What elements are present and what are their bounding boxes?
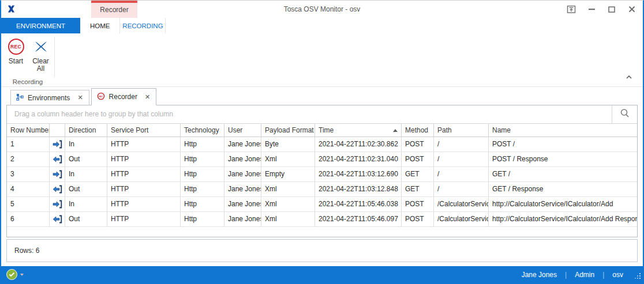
cell-row_number: 2 xyxy=(7,152,50,166)
column-header-user[interactable]: User xyxy=(224,124,261,137)
direction-out-icon xyxy=(50,212,65,226)
direction-in-icon xyxy=(50,137,65,152)
cell-service_port: HTTP xyxy=(107,197,181,211)
cell-payload_format: Xml xyxy=(261,197,315,211)
cell-time: 2021-04-22T11:05:46.038 xyxy=(315,197,402,211)
status-dropdown-icon[interactable] xyxy=(20,274,24,276)
clear-all-button[interactable]: Clear All xyxy=(28,36,53,73)
table-row[interactable]: 2OutHTTPHttpJane JonesXml2021-04-22T11:0… xyxy=(7,152,637,167)
cell-user: Jane Jones xyxy=(224,197,261,211)
collapse-ribbon-icon[interactable] xyxy=(626,71,632,82)
ribbon-tab-row: ENVIRONMENT HOME RECORDING xyxy=(1,18,643,33)
cell-technology: Http xyxy=(181,167,224,181)
cell-name: http://CalculatorService/ICalculator/Add xyxy=(489,197,637,211)
column-header-name[interactable]: Name xyxy=(489,124,637,137)
table-row[interactable]: 1InHTTPHttpJane JonesByte2021-04-22T11:0… xyxy=(7,137,637,152)
column-header-row_number[interactable]: Row Number xyxy=(7,124,50,137)
table-row[interactable]: 3InHTTPHttpJane JonesEmpty2021-04-22T11:… xyxy=(7,167,637,182)
column-header-label: Name xyxy=(492,124,511,137)
search-icon xyxy=(620,108,630,120)
cell-name: GET / Response xyxy=(489,182,637,196)
cell-method: POST xyxy=(402,212,434,226)
cell-method: POST xyxy=(402,152,434,166)
table-row[interactable]: 5InHTTPHttpJane JonesXml2021-04-22T11:05… xyxy=(7,197,637,212)
minimize-icon[interactable] xyxy=(586,4,597,14)
column-header-direction_icon[interactable] xyxy=(50,124,65,137)
cell-technology: Http xyxy=(181,137,224,152)
cell-path: / xyxy=(434,137,489,152)
column-header-label: User xyxy=(228,124,242,137)
cell-direction: In xyxy=(65,137,107,152)
start-recording-button[interactable]: REC Start xyxy=(3,36,28,73)
pin-window-icon[interactable] xyxy=(566,4,576,14)
search-button[interactable] xyxy=(612,105,637,123)
tab-home[interactable]: HOME xyxy=(80,18,120,33)
connection-ok-icon[interactable] xyxy=(6,269,17,280)
column-header-technology[interactable]: Technology xyxy=(181,124,224,137)
cell-path: /CalculatorService xyxy=(434,197,489,211)
status-separator: | xyxy=(602,271,604,279)
table-row[interactable]: 4OutHTTPHttpJane JonesXml2021-04-22T11:0… xyxy=(7,182,637,197)
column-header-label: Method xyxy=(405,124,428,137)
cell-user: Jane Jones xyxy=(224,137,261,152)
contextual-tab-header[interactable]: Recorder xyxy=(91,1,137,18)
column-header-service_port[interactable]: Service Port xyxy=(107,124,181,137)
cell-user: Jane Jones xyxy=(224,167,261,181)
status-environment: osv xyxy=(612,271,623,279)
clear-all-icon xyxy=(33,37,48,56)
ribbon-body: REC Start Clear All Recording xyxy=(1,33,643,87)
document-tab-row: Environments ✕ REC Recorder ✕ xyxy=(6,88,638,105)
table-row[interactable]: 6OutHTTPHttpJane JonesXml2021-04-22T11:0… xyxy=(7,212,637,227)
cell-row_number: 5 xyxy=(7,197,50,211)
close-icon[interactable] xyxy=(627,4,637,14)
group-by-hint: Drag a column header here to group by th… xyxy=(7,105,637,123)
cell-time: 2021-04-22T11:02:31.040 xyxy=(315,152,402,166)
maximize-icon[interactable] xyxy=(606,4,617,14)
cell-technology: Http xyxy=(181,212,224,226)
grid-status-strip: Rows: 6 xyxy=(6,239,638,262)
recorder-tab-icon: REC xyxy=(97,92,105,102)
cell-direction: In xyxy=(65,197,107,211)
cell-method: POST xyxy=(402,197,434,211)
cell-payload_format: Xml xyxy=(261,212,315,226)
recorder-grid-panel: Drag a column header here to group by th… xyxy=(6,105,638,237)
rec-icon: REC xyxy=(8,37,24,56)
doc-tab-label: Environments xyxy=(28,94,70,102)
cell-payload_format: Empty xyxy=(261,167,315,181)
cell-path: / xyxy=(434,152,489,166)
ribbon-group-separator xyxy=(54,37,55,77)
direction-out-icon xyxy=(50,182,65,196)
group-by-area[interactable]: Drag a column header here to group by th… xyxy=(7,105,637,124)
cell-technology: Http xyxy=(181,197,224,211)
cell-name: POST / Response xyxy=(489,152,637,166)
cell-name: GET / xyxy=(489,167,637,181)
direction-in-icon xyxy=(50,197,65,211)
cell-time: 2021-04-22T11:03:12.848 xyxy=(315,182,402,196)
cell-payload_format: Xml xyxy=(261,182,315,196)
column-header-time[interactable]: Time xyxy=(315,124,402,137)
close-tab-icon[interactable]: ✕ xyxy=(77,94,83,101)
direction-in-icon xyxy=(50,167,65,181)
doc-tab-recorder[interactable]: REC Recorder ✕ xyxy=(91,88,157,105)
column-header-method[interactable]: Method xyxy=(402,124,434,137)
doc-tab-environments[interactable]: Environments ✕ xyxy=(10,90,89,105)
tab-environment[interactable]: ENVIRONMENT xyxy=(1,18,80,33)
column-header-label: Row Number xyxy=(10,124,50,137)
cell-row_number: 6 xyxy=(7,212,50,226)
cell-direction: Out xyxy=(65,212,107,226)
recording-group: REC Start Clear All Recording xyxy=(1,33,54,86)
resize-grip[interactable] xyxy=(635,273,641,281)
cell-path: / xyxy=(434,182,489,196)
column-header-direction[interactable]: Direction xyxy=(65,124,107,137)
column-header-path[interactable]: Path xyxy=(434,124,489,137)
grid-header: Row NumberDirectionService PortTechnolog… xyxy=(7,124,637,137)
cell-payload_format: Byte xyxy=(261,137,315,152)
column-header-payload_format[interactable]: Payload Format xyxy=(261,124,315,137)
close-tab-icon[interactable]: ✕ xyxy=(145,93,150,101)
cell-user: Jane Jones xyxy=(224,152,261,166)
cell-method: GET xyxy=(402,167,434,181)
tab-recording[interactable]: RECORDING xyxy=(119,18,166,33)
cell-name: POST / xyxy=(489,137,637,152)
status-role: Admin xyxy=(575,271,594,279)
app-window: Recorder Tosca OSV Monitor - osv xyxy=(0,0,644,284)
